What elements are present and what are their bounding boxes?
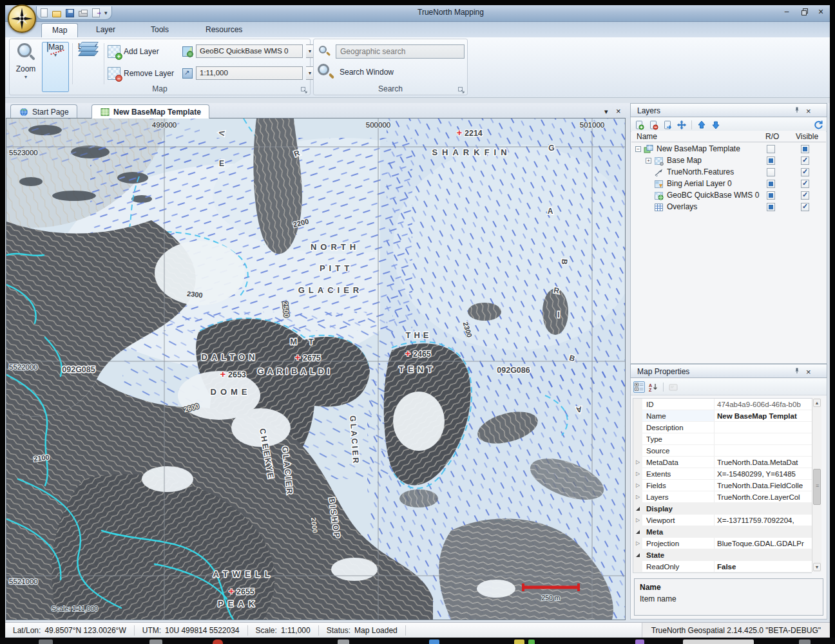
- category-collapse-icon[interactable]: [636, 553, 640, 557]
- property-row-id[interactable]: ID474ab4a9-606d-46fa-b0b: [633, 399, 812, 410]
- move-layer-down-icon[interactable]: [710, 119, 722, 131]
- column-ro[interactable]: R/O: [765, 132, 779, 141]
- visible-checkbox[interactable]: [801, 203, 809, 211]
- print-icon[interactable]: [79, 11, 88, 17]
- geographic-search-input[interactable]: [336, 44, 465, 59]
- readonly-checkbox[interactable]: [767, 168, 775, 176]
- readonly-checkbox[interactable]: [767, 203, 775, 211]
- property-row-description[interactable]: Description: [633, 422, 812, 433]
- layer-row-base-map[interactable]: +Base Map: [631, 155, 826, 166]
- map-canvas[interactable]: 250 m 4990005000005010005523000552200055…: [6, 118, 625, 620]
- property-row-meta[interactable]: Meta: [633, 526, 812, 538]
- scale-combobox[interactable]: 1:11,000: [196, 66, 303, 80]
- application-menu-button[interactable]: [8, 5, 36, 33]
- close-button[interactable]: ×: [814, 7, 828, 17]
- tree-expander-icon[interactable]: +: [646, 158, 651, 164]
- tab-list-dropdown-icon[interactable]: ▾: [604, 108, 608, 116]
- ribbon-tab-layer[interactable]: Layer: [86, 23, 126, 37]
- document-tab-start-page[interactable]: Start Page: [10, 104, 77, 118]
- scroll-down-icon[interactable]: ▼: [813, 563, 821, 571]
- property-row-source[interactable]: Source: [633, 445, 812, 457]
- property-row-metadata[interactable]: ▷MetaDataTrueNorth.Data.MetaDat: [633, 457, 812, 468]
- add-layer-tool-icon[interactable]: [633, 119, 645, 131]
- properties-pin-icon[interactable]: [793, 367, 801, 376]
- restore-button[interactable]: [798, 7, 812, 17]
- property-value[interactable]: 474ab4a9-606d-46fa-b0b: [715, 401, 812, 408]
- property-row-viewport[interactable]: ▷ViewportX=-13711759.7092204,: [633, 515, 812, 526]
- document-tab-new-basemap-template[interactable]: New BaseMap Template: [91, 104, 209, 118]
- property-expand-icon[interactable]: ▷: [633, 515, 642, 526]
- minimize-button[interactable]: –: [780, 7, 794, 17]
- add-layer-button[interactable]: + Add Layer: [108, 44, 159, 59]
- scrollbar-thumb[interactable]: [813, 469, 821, 505]
- search-group-dialog-launcher[interactable]: [457, 85, 465, 93]
- property-expand-icon[interactable]: ▷: [633, 491, 642, 502]
- layer-row-new-basemap-template[interactable]: −New BaseMap Template: [631, 143, 826, 155]
- visible-checkbox[interactable]: [801, 191, 809, 200]
- ribbon-tab-map[interactable]: Map: [41, 23, 78, 37]
- property-row-name[interactable]: NameNew BaseMap Templat: [633, 410, 812, 422]
- tab-close-icon[interactable]: ×: [616, 106, 621, 116]
- property-row-display[interactable]: Display: [633, 503, 812, 515]
- property-row-readonly[interactable]: ReadOnlyFalse: [633, 561, 812, 573]
- search-window-button[interactable]: Search Window: [340, 68, 394, 77]
- property-value[interactable]: BlueToque.GDAL.GDALPr: [715, 540, 812, 547]
- readonly-checkbox[interactable]: [767, 145, 775, 153]
- property-value[interactable]: False: [715, 563, 812, 571]
- readonly-checkbox[interactable]: [767, 191, 775, 200]
- layer-row-bing-aerial-layer-0[interactable]: Bing Aerial Layer 0: [631, 178, 826, 189]
- property-row-state[interactable]: State: [633, 549, 812, 561]
- property-grid-scrollbar[interactable]: ▲ ▼: [812, 398, 821, 572]
- remove-layer-button[interactable]: – Remove Layer: [108, 66, 174, 81]
- sort-alphabetical-icon[interactable]: AZ: [648, 381, 659, 393]
- categorized-view-icon[interactable]: [633, 381, 645, 393]
- property-value[interactable]: TrueNorth.Core.LayerCol: [715, 493, 812, 501]
- map-group-dialog-launcher[interactable]: [300, 85, 308, 93]
- layer-row-truenorth-features[interactable]: TrueNorth.Features: [631, 166, 826, 178]
- property-expand-icon[interactable]: ▷: [633, 538, 642, 549]
- layer-row-geobc-quickbase-wms-0[interactable]: GeoBC QuickBase WMS 0: [631, 189, 826, 201]
- layer-row-overlays[interactable]: Overlays: [631, 201, 826, 213]
- visible-checkbox[interactable]: [801, 180, 809, 188]
- wms-combobox[interactable]: GeoBC QuickBase WMS 0: [196, 44, 303, 58]
- readonly-checkbox[interactable]: [767, 156, 775, 165]
- property-row-extents[interactable]: ▷ExtentsX=-15480299, Y=61485: [633, 468, 812, 480]
- property-expand-icon[interactable]: ▷: [633, 457, 642, 468]
- property-expand-icon[interactable]: ▷: [633, 468, 642, 479]
- property-value[interactable]: TrueNorth.Data.FieldColle: [715, 482, 812, 489]
- layers-close-icon[interactable]: ×: [806, 106, 811, 116]
- new-document-icon[interactable]: [41, 8, 48, 17]
- export-layer-tool-icon[interactable]: [662, 119, 673, 131]
- pan-layers-tool-icon[interactable]: [676, 119, 687, 131]
- open-folder-icon[interactable]: [52, 11, 61, 17]
- properties-close-icon[interactable]: ×: [806, 367, 811, 377]
- property-value[interactable]: X=-13711759.7092204,: [715, 516, 812, 524]
- property-row-layers[interactable]: ▷LayersTrueNorth.Core.LayerCol: [633, 491, 812, 503]
- pin-icon[interactable]: [793, 106, 801, 115]
- export-icon[interactable]: [92, 8, 100, 17]
- category-collapse-icon[interactable]: [636, 530, 640, 534]
- property-value[interactable]: X=-15480299, Y=61485: [715, 470, 812, 478]
- visible-checkbox[interactable]: [801, 145, 809, 153]
- qat-overflow-icon[interactable]: ▾: [104, 10, 108, 16]
- property-value[interactable]: TrueNorth.Data.MetaDat: [715, 459, 812, 466]
- property-row-fields[interactable]: ▷FieldsTrueNorth.Data.FieldColle: [633, 480, 812, 491]
- remove-layer-tool-icon[interactable]: [648, 119, 659, 131]
- column-name[interactable]: Name: [637, 132, 657, 141]
- tree-expander-icon[interactable]: −: [635, 146, 641, 152]
- property-row-type[interactable]: Type: [633, 433, 812, 445]
- category-collapse-icon[interactable]: [636, 507, 640, 511]
- column-visible[interactable]: Visible: [796, 132, 818, 141]
- visible-checkbox[interactable]: [801, 168, 809, 176]
- move-layer-up-icon[interactable]: [696, 119, 707, 131]
- readonly-checkbox[interactable]: [767, 180, 775, 188]
- refresh-icon[interactable]: [812, 119, 824, 131]
- ribbon-tab-tools[interactable]: Tools: [140, 23, 179, 37]
- property-expand-icon[interactable]: ▷: [633, 480, 642, 491]
- ribbon-tab-resources[interactable]: Resources: [195, 23, 253, 37]
- scroll-up-icon[interactable]: ▲: [813, 399, 821, 407]
- property-value[interactable]: New BaseMap Templat: [715, 412, 812, 420]
- save-icon[interactable]: [66, 9, 74, 17]
- property-row-projection[interactable]: ▷ProjectionBlueToque.GDAL.GDALPr: [633, 538, 812, 549]
- visible-checkbox[interactable]: [801, 156, 809, 165]
